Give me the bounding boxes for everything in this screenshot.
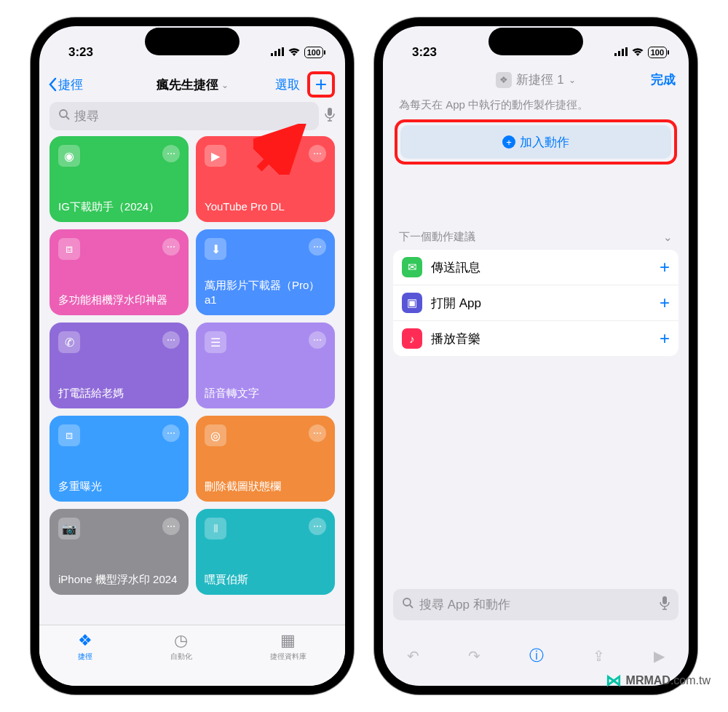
tile-menu-button[interactable]: ⋯ [309,424,326,442]
tile-icon: ⦀ [205,518,226,539]
shortcut-tile[interactable]: 📷⋯iPhone 機型浮水印 2024 [50,509,189,595]
undo-button[interactable]: ↶ [407,647,419,665]
redo-button[interactable]: ↷ [468,647,480,665]
status-time: 3:23 [68,45,93,60]
chevron-down-icon: ⌄ [221,80,229,90]
tile-icon: ◎ [205,424,226,446]
shortcut-tile[interactable]: ☰⋯語音轉文字 [196,323,335,408]
app-icon: ✉ [402,257,422,277]
svg-point-12 [403,598,411,606]
page-title[interactable]: 瘋先生捷徑 [157,78,218,92]
tile-menu-button[interactable]: ⋯ [162,145,180,162]
phone-right: 3:23 100 ❖ 新捷徑 1 ⌄ 完成 為每天在 App 中執行的動作製作捷… [374,17,697,695]
shortcuts-icon: ❖ [78,631,92,650]
shortcut-tile[interactable]: ⧈⋯多功能相機浮水印神器 [50,229,189,315]
suggestion-label: 傳送訊息 [431,259,480,276]
status-time: 3:23 [412,45,437,60]
svg-rect-10 [622,49,624,56]
suggestion-row[interactable]: ▣打開 App+ [393,285,678,321]
tile-label: 多重曝光 [58,479,180,494]
tile-icon: ⧈ [58,424,80,446]
shortcut-icon: ❖ [496,72,512,88]
tile-menu-button[interactable]: ⋯ [309,238,326,256]
tile-label: 打電話給老媽 [58,386,180,400]
shortcut-tile[interactable]: ⦀⋯嘿賈伯斯 [196,509,335,595]
tile-menu-button[interactable]: ⋯ [162,331,180,349]
svg-rect-8 [614,53,617,56]
add-action-button[interactable]: + 加入動作 [400,125,671,159]
editor-subtitle: 為每天在 App 中執行的動作製作捷徑。 [383,94,689,119]
add-suggestion-button[interactable]: + [660,293,670,313]
svg-rect-14 [662,596,667,604]
app-icon: ▣ [402,293,422,313]
shortcut-tile[interactable]: ✆⋯打電話給老媽 [50,323,189,408]
suggestion-label: 播放音樂 [431,331,480,347]
shortcuts-grid: ◉⋯IG下載助手（2024）▶⋯YouTube Pro DL⧈⋯多功能相機浮水印… [50,136,335,595]
select-button[interactable]: 選取 [275,76,300,93]
tile-menu-button[interactable]: ⋯ [309,145,326,162]
tab-shortcuts[interactable]: ❖ 捷徑 [78,631,92,662]
tile-icon: ✆ [58,331,80,353]
phone-left: 3:23 100 捷徑 瘋先生捷徑⌄ 選取 + [31,17,354,695]
shortcut-tile[interactable]: ◎⋯刪除截圖狀態欄 [196,416,335,502]
tab-automation[interactable]: ◷ 自動化 [170,631,192,662]
tile-label: 萬用影片下載器（Pro）a1 [205,278,326,306]
mic-icon[interactable] [660,596,670,614]
nav-bar: 捷徑 瘋先生捷徑⌄ 選取 + [39,68,345,102]
search-actions-input[interactable]: 搜尋 App 和動作 [393,589,678,620]
search-input[interactable]: 搜尋 [50,102,319,130]
tile-icon: ▶ [205,145,226,167]
shortcut-tile[interactable]: ⧈⋯多重曝光 [50,416,189,502]
mic-icon[interactable] [325,107,335,125]
suggestion-row[interactable]: ✉傳送訊息+ [393,250,678,285]
tab-gallery[interactable]: ▦ 捷徑資料庫 [270,631,306,662]
info-button[interactable]: ⓘ [529,646,544,665]
gallery-icon: ▦ [280,631,296,650]
cellular-icon [271,45,284,60]
tile-icon: 📷 [58,518,80,539]
nav-bar: ❖ 新捷徑 1 ⌄ 完成 [383,68,689,94]
search-icon [402,597,414,612]
svg-rect-0 [271,53,273,56]
add-suggestion-button[interactable]: + [660,257,670,277]
share-button[interactable]: ⇪ [593,647,605,665]
tile-menu-button[interactable]: ⋯ [162,424,180,442]
tile-menu-button[interactable]: ⋯ [162,518,180,535]
dynamic-island [145,28,240,55]
svg-rect-9 [618,51,620,56]
chevron-down-icon: ⌄ [569,75,576,85]
tile-icon: ⬇ [205,238,226,260]
svg-point-5 [60,110,67,117]
editor-toolbar: ↶ ↷ ⓘ ⇪ ▶ [383,646,689,665]
wifi-icon [631,45,644,60]
tile-label: YouTube Pro DL [205,199,326,214]
chevron-down-icon: ⌄ [663,231,673,244]
tile-label: 嘿賈伯斯 [205,572,326,587]
suggestions-header[interactable]: 下一個動作建議 ⌄ [383,165,689,250]
battery-icon: 100 [648,47,667,58]
search-icon [58,108,70,124]
add-action-highlight: + 加入動作 [395,119,677,165]
tile-icon: ☰ [205,331,226,353]
suggestion-row[interactable]: ♪播放音樂+ [393,321,678,356]
svg-line-6 [66,116,69,119]
dynamic-island [488,28,583,55]
tile-menu-button[interactable]: ⋯ [309,331,326,349]
back-label: 捷徑 [58,76,83,93]
tile-label: 刪除截圖狀態欄 [205,479,326,494]
tile-menu-button[interactable]: ⋯ [162,238,180,256]
add-suggestion-button[interactable]: + [660,328,670,349]
svg-rect-3 [282,47,284,56]
shortcut-tile[interactable]: ⬇⋯萬用影片下載器（Pro）a1 [196,229,335,315]
tab-bar: ❖ 捷徑 ◷ 自動化 ▦ 捷徑資料庫 [39,625,345,686]
shortcut-tile[interactable]: ◉⋯IG下載助手（2024） [50,136,189,222]
svg-rect-7 [328,108,332,116]
add-shortcut-button[interactable]: + [307,71,335,98]
shortcut-tile[interactable]: ▶⋯YouTube Pro DL [196,136,335,222]
watermark: ⋈ MRMAD.com.tw [606,671,711,690]
cellular-icon [614,45,628,60]
back-button[interactable]: 捷徑 [48,76,83,93]
shortcut-title[interactable]: ❖ 新捷徑 1 ⌄ [383,71,689,88]
play-button[interactable]: ▶ [654,647,665,665]
tile-menu-button[interactable]: ⋯ [309,518,326,535]
